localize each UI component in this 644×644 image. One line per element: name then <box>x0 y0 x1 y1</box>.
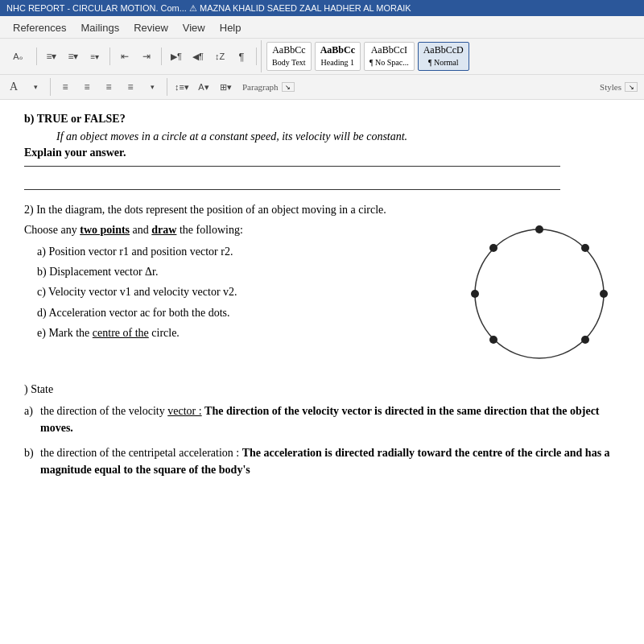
sep1 <box>36 47 37 65</box>
b-explain-label: Explain your answer. <box>24 147 620 159</box>
state-a-text: the direction of the velocity vector : T… <box>40 402 620 436</box>
heading1-preview: AaBbCc <box>320 44 355 56</box>
state-item-a: a) the direction of the velocity vector … <box>24 402 620 436</box>
az-sort-btn[interactable]: ↕Z <box>209 46 230 67</box>
pilcrow-btn[interactable]: ¶ <box>231 46 252 67</box>
align-left-btn[interactable]: ≡ <box>55 76 76 97</box>
state-item-b: b) the direction of the centripetal acce… <box>24 444 620 478</box>
menu-references[interactable]: References <box>6 19 72 36</box>
font-color-section: A ▾ <box>3 76 46 97</box>
align-section: ≡ ≡ ≡ ≡ ▾ <box>55 76 163 97</box>
svg-point-6 <box>489 244 497 252</box>
sep3 <box>161 47 162 65</box>
spacing-section: ↕≡▾ A▾ ⊞▾ <box>171 76 236 97</box>
menu-review[interactable]: Review <box>127 19 175 36</box>
body-text-label: Body Text <box>272 58 306 67</box>
align-center-btn[interactable]: ≡ <box>76 76 97 97</box>
state-b-letter: b) <box>24 444 37 478</box>
sort-section: ▶¶ ◀¶ ↕Z ¶ <box>166 46 252 67</box>
font-dropdown-btn[interactable]: ▾ <box>25 76 46 97</box>
state-b-text: the direction of the centripetal acceler… <box>40 444 620 478</box>
indent-section: ⇤ ⇥ <box>114 46 157 67</box>
paragraph-section-label: Paragraph <box>242 82 279 92</box>
svg-point-1 <box>581 244 589 252</box>
answer-line-2 <box>24 189 560 190</box>
q2-text-block: 2) In the diagram, the dots represent th… <box>24 201 443 370</box>
sep6 <box>167 78 167 96</box>
border-btn[interactable]: ⊞▾ <box>215 76 236 97</box>
answer-line-1 <box>24 166 560 167</box>
no-spacing-preview: AaBbCcI <box>371 44 407 56</box>
q2-choose: Choose any two points and draw the follo… <box>24 221 443 238</box>
align-dropdown-btn[interactable]: ▾ <box>142 76 163 97</box>
font-selector-btn[interactable]: Aℴ <box>3 46 32 67</box>
svg-point-3 <box>581 336 589 344</box>
align-right-btn[interactable]: ≡ <box>98 76 119 97</box>
body-text-preview: AaBbCc <box>272 44 305 56</box>
circle-svg <box>459 209 620 370</box>
title-bar: NHC REPORT - CIRCULAR MOTION. Com... ⚠ M… <box>0 0 644 16</box>
q2-item-a: a) Position vector r1 and position vecto… <box>37 242 443 262</box>
state-section: ) State a) the direction of the velocity… <box>24 383 620 478</box>
no-spacing-style-btn[interactable]: AaBbCcI ¶ No Spac... <box>364 42 415 71</box>
document-content: b) TRUE or FALSE? If an object moves in … <box>0 100 644 644</box>
state-a-letter: a) <box>24 402 37 436</box>
menu-bar: References Mailings Review View Help <box>0 16 644 39</box>
q2-intro: 2) In the diagram, the dots represent th… <box>24 201 443 218</box>
body-text-style-btn[interactable]: AaBbCc Body Text <box>266 42 312 71</box>
heading1-style-btn[interactable]: AaBbCc Heading 1 <box>315 42 361 71</box>
q2-item-b: b) Displacement vector Δr. <box>37 262 443 282</box>
state-label: ) State <box>24 383 620 396</box>
normal-style-btn[interactable]: AaBbCcD ¶ Normal <box>418 42 469 71</box>
styles-expand-btn[interactable]: ↘ <box>625 82 638 92</box>
menu-view[interactable]: View <box>176 19 212 36</box>
q2-item-c: c) Velocity vector v1 and velocity vecto… <box>37 282 443 302</box>
svg-point-4 <box>489 336 497 344</box>
font-section: Aℴ <box>3 46 32 67</box>
sep5 <box>50 78 51 96</box>
sep4 <box>256 47 257 65</box>
multilevel-list-btn[interactable]: ≡▾ <box>85 46 105 67</box>
toolbar-row1: Aℴ ≡▾ ≡▾ ≡▾ ⇤ ⇥ ▶¶ ◀¶ ↕Z ¶ AaBbCc Body T… <box>0 39 644 75</box>
question-2-block: 2) In the diagram, the dots represent th… <box>24 201 620 370</box>
toolbar-row2: A ▾ ≡ ≡ ≡ ≡ ▾ ↕≡▾ A▾ ⊞▾ Paragraph ↘ Styl… <box>0 75 644 100</box>
question-b-block: b) TRUE or FALSE? If an object moves in … <box>24 113 620 190</box>
increase-indent-btn[interactable]: ⇥ <box>136 46 157 67</box>
align-justify-btn[interactable]: ≡ <box>120 76 141 97</box>
q2-item-d: d) Acceleration vector ac for both the d… <box>37 303 443 323</box>
line-spacing-btn[interactable]: ↕≡▾ <box>171 76 192 97</box>
menu-mailings[interactable]: Mailings <box>74 19 126 36</box>
paragraph-expand-btn[interactable]: ↘ <box>282 82 295 92</box>
styles-section-label: Styles <box>600 82 621 92</box>
bullet-list-btn[interactable]: ≡▾ <box>41 46 62 67</box>
decrease-indent-btn[interactable]: ⇤ <box>114 46 135 67</box>
list-section: ≡▾ ≡▾ ≡▾ <box>41 46 105 67</box>
svg-point-2 <box>600 290 608 298</box>
normal-label: ¶ Normal <box>428 58 459 67</box>
svg-point-5 <box>471 290 479 298</box>
q2-item-e: e) Mark the centre of the circle. <box>37 323 443 343</box>
sep2 <box>109 47 110 65</box>
shading-btn[interactable]: A▾ <box>193 76 214 97</box>
normal-preview: AaBbCcD <box>423 44 464 56</box>
q2-sub-items: a) Position vector r1 and position vecto… <box>37 242 443 343</box>
show-formatting-btn[interactable]: ◀¶ <box>188 46 208 67</box>
title-bar-text: NHC REPORT - CIRCULAR MOTION. Com... ⚠ M… <box>6 3 411 14</box>
b-statement: If an object moves in a circle at a cons… <box>56 130 620 143</box>
styles-section: AaBbCc Body Text AaBbCc Heading 1 AaBbCc… <box>261 40 474 72</box>
bullet-list2-btn[interactable]: ≡▾ <box>63 46 84 67</box>
sort-btn[interactable]: ▶¶ <box>166 46 187 67</box>
svg-point-7 <box>535 225 543 233</box>
no-spacing-label: ¶ No Spac... <box>369 58 409 67</box>
q2-two-points: two points <box>80 224 130 236</box>
circle-diagram <box>459 201 620 370</box>
q2-draw: draw <box>151 224 176 236</box>
heading1-label: Heading 1 <box>321 58 354 67</box>
b-true-false-label: b) TRUE or FALSE? <box>24 113 620 126</box>
menu-help[interactable]: Help <box>213 19 248 36</box>
font-a-btn[interactable]: A <box>3 76 24 97</box>
